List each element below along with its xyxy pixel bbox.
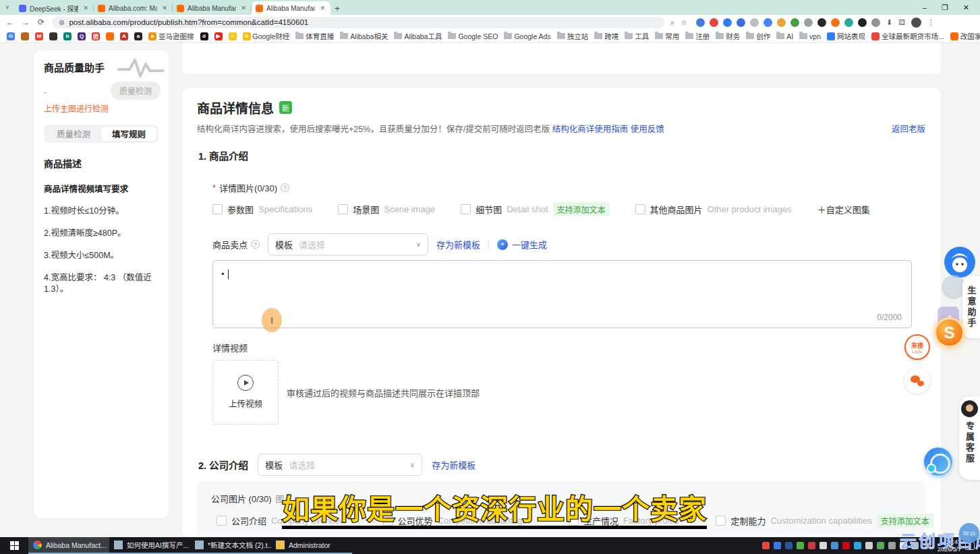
bookmark-star-icon[interactable]: ☆ (681, 18, 687, 27)
s-logo-button[interactable]: S (934, 317, 964, 348)
bookmark-item[interactable]: G (4, 32, 18, 40)
forward-icon[interactable]: → (21, 18, 30, 27)
extension-icon[interactable] (790, 18, 799, 27)
url-field[interactable]: ⊜ post.alibaba.com/product/publish.htm?f… (52, 17, 664, 28)
tray-icon[interactable] (877, 542, 884, 549)
checkbox[interactable] (212, 204, 223, 214)
browser-tab[interactable]: Alibaba Manufacturer Direct... ✕ (173, 1, 252, 15)
menu-dots-icon[interactable]: ⋮ (927, 18, 935, 27)
restore-button[interactable]: ❐ (942, 3, 948, 12)
help-icon[interactable]: ? (251, 240, 260, 249)
extension-icon[interactable] (844, 18, 853, 27)
template-dropdown[interactable]: 模板 请选择 ∨ (268, 233, 428, 255)
upload-main-image-link[interactable]: 上传主图进行检测 (44, 102, 158, 114)
extension-icon[interactable] (777, 18, 786, 27)
bookmark-item[interactable]: A (117, 32, 131, 40)
help-icon[interactable]: ? (281, 183, 289, 192)
bookmark-item[interactable]: 创作 (743, 31, 773, 41)
bookmark-item[interactable]: 工具 (622, 31, 652, 41)
tab-close-icon[interactable]: ✕ (318, 5, 326, 11)
bookmark-item[interactable]: ☺ (226, 32, 239, 40)
selling-point-textarea[interactable]: • I 0/2000 (212, 260, 912, 328)
tray-icon[interactable] (842, 542, 850, 549)
tray-icon[interactable] (819, 542, 827, 549)
bookmark-item[interactable]: 改国家 (948, 31, 980, 41)
tab-close-icon[interactable]: ✕ (239, 5, 248, 11)
tray-icon[interactable] (831, 542, 838, 549)
back-to-old-version-link[interactable]: 返回老版 (892, 122, 925, 135)
taskbar-item[interactable]: 如何使用AI撰写产... (109, 537, 190, 554)
laisou-search-button[interactable]: 来搜 L·SOU (904, 334, 930, 360)
tab-close-icon[interactable]: ✕ (82, 5, 90, 11)
bookmark-item[interactable]: Q (75, 32, 88, 40)
tray-icon[interactable] (774, 542, 781, 549)
back-icon[interactable]: ← (5, 18, 15, 27)
checkbox[interactable] (338, 204, 348, 214)
bookmark-item[interactable] (47, 32, 60, 40)
one-click-generate-button[interactable]: ✦ 一键生成 (497, 238, 547, 251)
bookmark-item[interactable]: a 亚马逊图搜 (146, 31, 197, 41)
bookmark-item[interactable]: Alibaba相关 (337, 31, 391, 41)
checkbox[interactable] (635, 204, 645, 214)
downloads-icon[interactable]: ⬇ (886, 18, 892, 27)
bookmark-item[interactable]: 网站表现 (824, 31, 868, 41)
tab-close-icon[interactable]: ✕ (161, 5, 169, 11)
start-button[interactable] (0, 537, 28, 554)
bookmark-item[interactable]: 独立站 (554, 31, 592, 41)
checkbox[interactable] (461, 204, 471, 214)
extension-icon[interactable] (804, 18, 813, 27)
close-button[interactable]: ✕ (963, 3, 969, 12)
browser-tab[interactable]: Alibaba.com: Manufacturers... ✕ (94, 1, 173, 15)
bookmark-item[interactable]: ▶ (212, 32, 225, 40)
tray-icon[interactable] (865, 542, 873, 549)
bookmark-item[interactable] (18, 32, 32, 40)
extension-icon[interactable] (858, 18, 867, 27)
zoom-icon[interactable]: ⌕ (670, 18, 674, 27)
bookmark-item[interactable]: 注册 (683, 31, 712, 41)
panel-tab[interactable]: 填写规则 (101, 127, 156, 141)
bookmark-item[interactable]: Alibaba工具 (391, 31, 444, 41)
tray-icon[interactable] (888, 542, 896, 549)
bookmark-item[interactable]: Google SEO (445, 32, 500, 40)
reload-icon[interactable]: ⟳ (36, 18, 46, 27)
tray-icon[interactable] (808, 542, 815, 549)
bookmark-item[interactable] (103, 32, 117, 40)
tab-search-chevron-icon[interactable]: ˅ (0, 0, 15, 15)
new-tab-button[interactable]: + (330, 1, 344, 15)
taskbar-item[interactable]: Alibaba Manufact... (28, 537, 109, 554)
bookmark-item[interactable]: 体育直播 (293, 31, 337, 41)
extension-icon[interactable] (817, 18, 826, 27)
extension-icon[interactable] (763, 18, 772, 27)
browser-tool-icon[interactable] (924, 448, 952, 476)
custom-gallery-button[interactable]: ＋自定义图集 (817, 203, 870, 216)
taskbar-item[interactable]: Administrator (271, 537, 352, 554)
panel-tab[interactable]: 质量检测 (46, 127, 101, 141)
extension-icon[interactable] (696, 18, 705, 27)
save-as-template-link[interactable]: 存为新模板 (436, 238, 480, 251)
save-as-template-link[interactable]: 存为新模板 (432, 458, 475, 471)
company-template-dropdown[interactable]: 模板 请选择 ∨ (258, 454, 422, 476)
minimize-button[interactable]: – (923, 3, 927, 11)
extension-icon[interactable] (750, 18, 759, 27)
extension-icon[interactable] (871, 18, 880, 27)
bookmark-item[interactable]: 团 (89, 32, 103, 40)
extension-icon[interactable] (737, 18, 745, 27)
bookmark-item[interactable]: M (32, 32, 46, 40)
browser-tab[interactable]: Alibaba Manufacturer Direct... ✕ (252, 1, 330, 15)
bookmark-item[interactable]: 财务 (713, 31, 743, 41)
tray-icon[interactable] (797, 542, 804, 549)
bookmark-item[interactable]: vpn (797, 32, 824, 40)
tray-icon[interactable] (762, 542, 770, 549)
customer-service-pill[interactable]: 专属客服 (959, 396, 980, 480)
assistant-mascot-button[interactable] (944, 247, 975, 278)
browser-tab[interactable]: DeepSeek - 探索未至之境 ✕ (15, 1, 94, 15)
upload-video-button[interactable]: 上传视频 (212, 360, 279, 425)
guide-link[interactable]: 结构化商详使用指南 (552, 125, 629, 134)
checkbox[interactable] (217, 516, 227, 526)
bookmark-item[interactable]: 全球最新期货市场... (869, 31, 947, 41)
extension-icon[interactable] (831, 18, 840, 27)
bookmark-item[interactable]: 跨境 (592, 31, 621, 41)
profile-avatar[interactable] (911, 18, 921, 28)
extension-icon[interactable] (710, 18, 718, 27)
tray-icon[interactable] (854, 542, 861, 549)
